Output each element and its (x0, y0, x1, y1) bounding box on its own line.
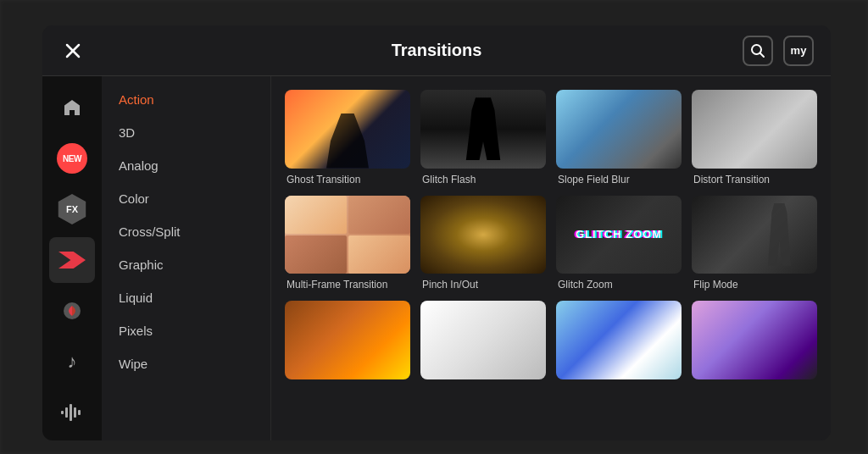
nav-transition[interactable] (49, 237, 95, 283)
multi-frame-label: Multi-Frame Transition (285, 279, 410, 291)
svg-line-3 (760, 53, 765, 57)
close-button[interactable] (59, 37, 86, 64)
distort-transition-thumb (692, 90, 817, 169)
svg-rect-7 (70, 404, 72, 421)
list-item[interactable]: Pinch In/Out (420, 196, 546, 291)
search-button[interactable] (743, 36, 773, 66)
nav-effects[interactable] (49, 288, 95, 334)
row3b-thumb (420, 301, 546, 379)
row3d-thumb (692, 301, 817, 379)
new-badge: NEW (57, 143, 87, 174)
silhouette-icon (326, 114, 369, 169)
left-nav: NEW FX ♪ (42, 76, 102, 440)
modal-body: NEW FX ♪ (42, 76, 831, 440)
list-item[interactable] (692, 301, 817, 385)
glitch-flash-thumb (420, 90, 546, 169)
distort-transition-label: Distort Transition (692, 174, 817, 185)
slope-field-blur-label: Slope Field Blur (556, 174, 682, 185)
list-item[interactable] (285, 301, 410, 385)
list-item[interactable]: Multi-Frame Transition (285, 196, 410, 291)
glitch-flash-label: Glitch Flash (420, 174, 546, 185)
list-item[interactable]: Flip Mode (692, 196, 817, 291)
person-silhouette-icon (420, 90, 546, 169)
transitions-grid-content: Ghost Transition Glitch Flash Slope Fiel… (271, 76, 831, 440)
transitions-grid: Ghost Transition Glitch Flash Slope Fiel… (285, 90, 817, 385)
row3a-thumb (285, 301, 410, 379)
sidebar-item-action[interactable]: Action (102, 83, 270, 116)
modal-header: Transitions my (42, 25, 831, 76)
ghost-transition-thumb (285, 90, 410, 169)
pinch-inout-thumb (420, 196, 546, 274)
my-button[interactable]: my (783, 36, 814, 66)
sidebar-item-liquid[interactable]: Liquid (102, 281, 270, 314)
nav-music[interactable]: ♪ (49, 339, 95, 385)
flip-mode-thumb (692, 196, 817, 274)
slope-field-blur-thumb (556, 90, 682, 169)
list-item[interactable]: Glitch Flash (420, 90, 546, 185)
sidebar: Action 3D Analog Color Cross/Split Graph… (102, 76, 271, 440)
row3c-thumb (556, 301, 682, 379)
bowtie-icon (58, 252, 86, 269)
pinch-inout-label: Pinch In/Out (420, 279, 546, 291)
header-actions: my (743, 36, 814, 66)
sidebar-item-3d[interactable]: 3D (102, 116, 270, 149)
list-item[interactable]: Slope Field Blur (556, 90, 682, 185)
svg-rect-9 (78, 410, 81, 415)
list-item[interactable]: Ghost Transition (285, 90, 410, 185)
flip-mode-label: Flip Mode (692, 279, 817, 291)
svg-rect-6 (65, 407, 68, 418)
sidebar-item-cross-split[interactable]: Cross/Split (102, 215, 270, 248)
nav-audio[interactable] (49, 390, 95, 435)
photo-overlay-icon (285, 196, 410, 274)
person-silhouette-flip-icon (766, 203, 792, 266)
list-item[interactable]: GLITCH ZOOM Glitch Zoom (556, 196, 682, 291)
nav-home[interactable] (49, 85, 95, 130)
ghost-transition-label: Ghost Transition (285, 174, 410, 185)
transitions-modal: Transitions my NEW (42, 25, 831, 440)
list-item[interactable] (420, 301, 546, 385)
glitch-zoom-text: GLITCH ZOOM (576, 228, 662, 241)
sidebar-item-graphic[interactable]: Graphic (102, 248, 270, 281)
sidebar-item-wipe[interactable]: Wipe (102, 347, 270, 380)
nav-fx[interactable]: FX (49, 186, 95, 232)
sidebar-item-pixels[interactable]: Pixels (102, 314, 270, 347)
svg-rect-5 (61, 411, 64, 414)
glitch-zoom-label: Glitch Zoom (556, 279, 682, 291)
sidebar-item-analog[interactable]: Analog (102, 149, 270, 182)
glitch-zoom-thumb: GLITCH ZOOM (556, 196, 682, 274)
modal-title: Transitions (392, 41, 482, 60)
nav-new[interactable]: NEW (49, 136, 95, 181)
multi-frame-thumb (285, 196, 410, 274)
list-item[interactable] (556, 301, 682, 385)
list-item[interactable]: Distort Transition (692, 90, 817, 185)
svg-rect-8 (74, 407, 76, 418)
sidebar-item-color[interactable]: Color (102, 182, 270, 215)
